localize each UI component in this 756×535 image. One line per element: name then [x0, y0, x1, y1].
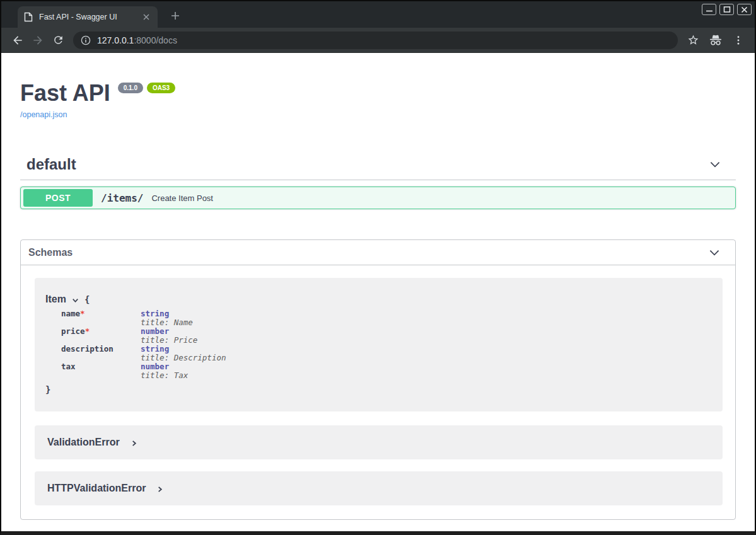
- tag-header[interactable]: default: [20, 156, 736, 180]
- prop-title: title: Name: [141, 318, 193, 327]
- model-validation-error-name: ValidationError: [47, 437, 120, 448]
- api-info: Fast API 0.1.0 OAS3 /openapi.json: [20, 81, 736, 120]
- minimize-button[interactable]: [702, 4, 716, 15]
- url-host: 127.0.0.1: [97, 35, 134, 45]
- browser-menu-button[interactable]: [728, 30, 748, 50]
- tab-favicon-document-icon: [24, 12, 33, 22]
- star-outline-icon: [687, 34, 699, 46]
- method-badge: POST: [23, 189, 93, 207]
- back-button[interactable]: [8, 30, 28, 50]
- browser-toolbar: 127.0.0.1:8000/docs: [1, 28, 755, 53]
- tag-section-default: default POST /items/ Create Item Post: [20, 156, 736, 209]
- chevron-down-icon[interactable]: [71, 296, 79, 304]
- titlebar: Fast API - Swagger UI: [1, 1, 755, 28]
- required-star: *: [80, 309, 85, 318]
- schemas-section: Schemas Item {: [20, 239, 736, 520]
- prop-name: name: [61, 309, 80, 318]
- close-brace: }: [45, 384, 723, 394]
- chevron-right-icon[interactable]: [131, 440, 137, 447]
- required-star: *: [85, 326, 90, 336]
- incognito-indicator: [706, 30, 726, 50]
- new-tab-button[interactable]: [168, 8, 183, 23]
- api-title-text: Fast API: [20, 81, 110, 106]
- opblock-post-items[interactable]: POST /items/ Create Item Post: [20, 187, 736, 209]
- prop-type: string: [141, 345, 226, 354]
- model-validation-error[interactable]: ValidationError: [35, 425, 723, 459]
- prop-title: title: Tax: [141, 371, 188, 380]
- arrow-left-icon: [11, 34, 24, 47]
- reload-icon: [52, 34, 64, 46]
- schemas-header[interactable]: Schemas: [21, 240, 735, 265]
- incognito-icon: [709, 34, 723, 47]
- swagger-page: Fast API 0.1.0 OAS3 /openapi.json defaul…: [1, 53, 755, 531]
- tag-title: default: [26, 156, 76, 173]
- arrow-right-icon: [32, 34, 44, 47]
- prop-name: description: [61, 344, 113, 354]
- tab-close-icon[interactable]: [141, 12, 151, 22]
- prop-name: price: [61, 326, 85, 336]
- browser-tab[interactable]: Fast API - Swagger UI: [18, 6, 158, 28]
- api-badges: 0.1.0 OAS3: [118, 83, 175, 93]
- prop-type: number: [141, 362, 188, 371]
- prop-name: tax: [61, 362, 76, 371]
- model-item-name: Item: [45, 294, 66, 305]
- schemas-body: Item { name* stringtitle: Name price*: [21, 265, 735, 519]
- chevron-down-icon[interactable]: [707, 246, 725, 260]
- model-item: Item { name* stringtitle: Name price*: [35, 278, 723, 411]
- maximize-icon: [723, 6, 731, 13]
- version-badge: 0.1.0: [118, 83, 143, 93]
- model-item-header[interactable]: Item {: [45, 294, 723, 305]
- prop-title: title: Description: [141, 354, 226, 362]
- schemas-title: Schemas: [28, 247, 73, 258]
- operation-path: /items/: [101, 192, 143, 204]
- chevron-down-icon[interactable]: [708, 158, 733, 171]
- url-text[interactable]: 127.0.0.1:8000/docs: [97, 35, 177, 45]
- model-item-properties: name* stringtitle: Name price* numbertit…: [45, 309, 723, 380]
- page-title: Fast API 0.1.0 OAS3: [20, 81, 736, 106]
- maximize-button[interactable]: [719, 4, 734, 15]
- vertical-dots-icon: [733, 35, 744, 46]
- browser-window: Fast API - Swagger UI: [0, 0, 756, 535]
- tab-title: Fast API - Swagger UI: [39, 13, 141, 21]
- oas3-badge: OAS3: [147, 83, 175, 93]
- address-bar[interactable]: 127.0.0.1:8000/docs: [73, 32, 678, 49]
- chevron-right-icon[interactable]: [156, 486, 163, 493]
- prop-type: string: [141, 309, 193, 318]
- model-http-validation-error[interactable]: HTTPValidationError: [35, 471, 723, 505]
- property-row-tax: tax numbertitle: Tax: [45, 362, 723, 380]
- property-row-description: description stringtitle: Description: [45, 345, 723, 362]
- toolbar-right: [683, 30, 748, 50]
- forward-button[interactable]: [28, 30, 48, 50]
- operation-summary: Create Item Post: [151, 193, 213, 203]
- openapi-spec-link[interactable]: /openapi.json: [20, 110, 67, 119]
- site-info-icon[interactable]: [81, 35, 91, 45]
- plus-icon: [171, 11, 180, 20]
- prop-type: number: [141, 327, 197, 336]
- property-row-name: name* stringtitle: Name: [45, 309, 723, 327]
- url-path: :8000/docs: [134, 35, 177, 45]
- open-brace: {: [84, 294, 90, 304]
- model-http-validation-error-name: HTTPValidationError: [47, 483, 146, 494]
- window-controls: [702, 4, 752, 15]
- minimize-icon: [706, 6, 713, 13]
- prop-title: title: Price: [141, 336, 197, 345]
- bookmark-button[interactable]: [683, 30, 703, 50]
- reload-button[interactable]: [48, 30, 68, 50]
- property-row-price: price* numbertitle: Price: [45, 327, 723, 345]
- close-icon: [741, 6, 748, 13]
- close-window-button[interactable]: [737, 4, 752, 15]
